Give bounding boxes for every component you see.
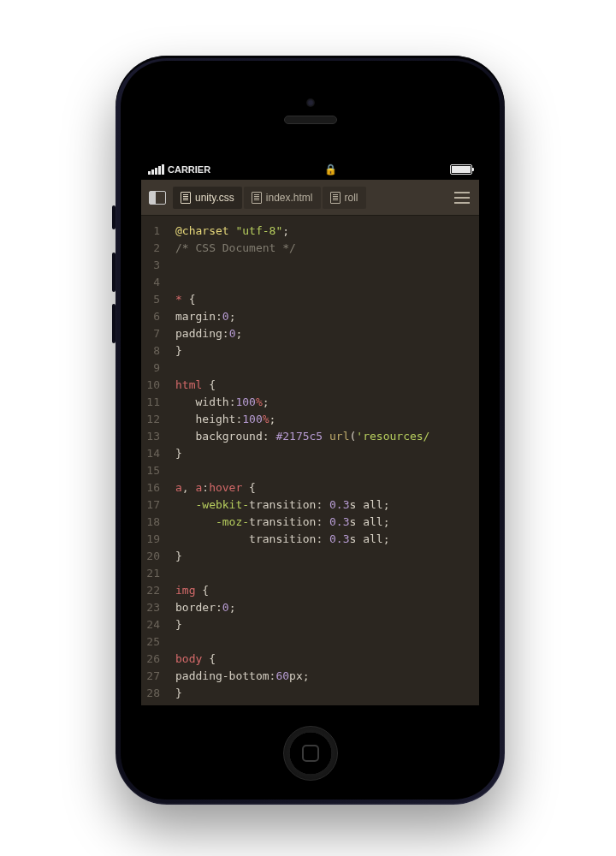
code-line <box>175 360 479 377</box>
panel-toggle-button[interactable] <box>145 185 170 211</box>
signal-icon <box>148 164 164 175</box>
carrier-label: CARRIER <box>168 164 210 175</box>
lock-icon: 🔒 <box>324 163 337 175</box>
line-number: 16 <box>146 479 160 496</box>
menu-button[interactable] <box>448 185 476 211</box>
line-number: 19 <box>146 531 160 548</box>
line-number: 14 <box>146 445 160 462</box>
mute-switch <box>112 205 116 229</box>
screen: CARRIER 🔒 unity.cssindex.htmlroll 123456… <box>141 159 479 705</box>
line-gutter: 1234567891011121314151617181920212223242… <box>141 216 167 705</box>
line-number: 13 <box>146 428 160 445</box>
code-line: html { <box>175 377 479 394</box>
code-line: } <box>175 445 479 462</box>
code-line: transition: 0.3s all; <box>175 531 479 548</box>
file-icon <box>330 192 341 204</box>
line-number: 12 <box>146 411 160 428</box>
line-number: 9 <box>146 360 160 377</box>
code-line <box>175 462 479 479</box>
battery-icon <box>450 164 472 175</box>
file-icon <box>181 192 191 204</box>
line-number: 27 <box>146 668 160 685</box>
line-number: 7 <box>146 325 160 342</box>
tab-index-html[interactable]: index.html <box>244 187 321 209</box>
code-line: border:0; <box>175 599 479 616</box>
status-bar: CARRIER 🔒 <box>141 159 479 180</box>
code-line <box>175 565 479 582</box>
code-area[interactable]: @charset "utf-8";/* CSS Document */ * {m… <box>167 216 479 705</box>
code-line: margin:0; <box>175 308 479 325</box>
tab-label: index.html <box>266 192 313 204</box>
code-line: @charset "utf-8"; <box>175 223 479 240</box>
tab-roll[interactable]: roll <box>323 187 366 209</box>
code-line: } <box>175 342 479 360</box>
code-line: } <box>175 685 479 702</box>
code-line <box>175 633 479 651</box>
code-line: } <box>175 548 479 565</box>
code-line: -webkit-transition: 0.3s all; <box>175 496 479 514</box>
code-line <box>175 257 479 274</box>
code-line: .cf { zoom: 1; } <box>175 702 479 705</box>
code-line: padding-bottom:60px; <box>175 668 479 685</box>
line-number: 6 <box>146 308 160 325</box>
code-editor[interactable]: 1234567891011121314151617181920212223242… <box>141 216 479 705</box>
code-line: width:100%; <box>175 394 479 411</box>
line-number: 23 <box>146 599 160 616</box>
line-number: 22 <box>146 582 160 599</box>
line-number: 1 <box>146 223 160 240</box>
file-icon <box>252 192 262 204</box>
home-button[interactable] <box>283 726 338 781</box>
line-number: 5 <box>146 291 160 308</box>
volume-down <box>112 304 116 343</box>
code-line: } <box>175 616 479 633</box>
line-number: 4 <box>146 274 160 291</box>
line-number: 11 <box>146 394 160 411</box>
line-number: 18 <box>146 514 160 531</box>
volume-up <box>112 253 116 292</box>
earpiece <box>284 116 337 124</box>
line-number: 10 <box>146 377 160 394</box>
code-line: background: #2175c5 url('resources/ <box>175 428 479 445</box>
tab-label: unity.css <box>195 192 234 204</box>
tab-unity-css[interactable]: unity.css <box>173 187 242 209</box>
line-number: 26 <box>146 651 160 668</box>
code-line: height:100%; <box>175 411 479 428</box>
code-line <box>175 274 479 291</box>
code-line: body { <box>175 651 479 668</box>
code-line: /* CSS Document */ <box>175 240 479 257</box>
line-number: 15 <box>146 462 160 479</box>
code-line: padding:0; <box>175 325 479 342</box>
code-line: * { <box>175 291 479 308</box>
code-line: -moz-transition: 0.3s all; <box>175 514 479 531</box>
code-line: a, a:hover { <box>175 479 479 496</box>
line-number: 28 <box>146 685 160 702</box>
home-icon <box>302 745 319 762</box>
line-number: 29 <box>146 702 160 705</box>
toolbar: unity.cssindex.htmlroll <box>141 180 479 216</box>
line-number: 20 <box>146 548 160 565</box>
line-number: 3 <box>146 257 160 274</box>
tab-bar: unity.cssindex.htmlroll <box>173 187 446 209</box>
line-number: 17 <box>146 496 160 514</box>
panel-icon <box>149 191 166 205</box>
line-number: 21 <box>146 565 160 582</box>
tab-label: roll <box>345 192 358 204</box>
line-number: 8 <box>146 342 160 360</box>
line-number: 25 <box>146 633 160 651</box>
front-camera <box>306 98 315 107</box>
line-number: 2 <box>146 240 160 257</box>
line-number: 24 <box>146 616 160 633</box>
code-line: img { <box>175 582 479 599</box>
phone-device: CARRIER 🔒 unity.cssindex.htmlroll 123456… <box>116 56 505 805</box>
